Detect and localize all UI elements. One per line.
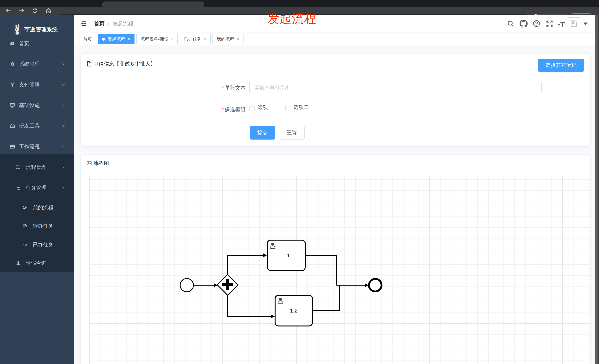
bpmn-diagram: 1.1 1.2 [89, 176, 590, 364]
edge-gateway-task2 [228, 295, 272, 316]
edge-task1-junction [305, 255, 336, 285]
search-icon[interactable] [507, 20, 515, 28]
checkbox-label-2[interactable]: 选项二 [293, 104, 309, 111]
help-icon[interactable] [532, 20, 541, 28]
picture-icon [86, 160, 92, 166]
screen: 不安全 | dashboard.yudao.iocoder.cn/bpm/pro… [0, 0, 599, 364]
github-icon[interactable] [520, 20, 528, 28]
sidebar-item-label: 首页 [19, 40, 29, 47]
page-content: 申请信息【测试多审批人】 选择其它流程 *单行文本 *多选框组 选项一 选项二 … [74, 45, 595, 364]
field-label-single-line: *单行文本 [80, 84, 246, 91]
sidebar-item-leave-query[interactable]: 请假查询 [0, 256, 74, 271]
gear-icon [10, 61, 15, 67]
process-diagram-card: 流程图 [80, 155, 590, 364]
sidebar-item-system[interactable]: 系统管理 [0, 57, 74, 71]
chevron-up-icon [61, 186, 66, 190]
bpmn-user-task-1-2[interactable]: 1.2 [275, 295, 312, 326]
edge-gateway-task1 [228, 255, 264, 275]
browser-tabstrip [0, 0, 599, 7]
sidebar-item-label: 已办任务 [33, 241, 53, 248]
close-icon[interactable]: × [237, 37, 239, 42]
checkbox-option-1[interactable] [249, 106, 255, 111]
back-icon[interactable] [5, 8, 11, 14]
sidebar-item-home[interactable]: 首页 [0, 36, 74, 51]
required-asterisk: * [222, 107, 224, 112]
sidebar-item-label: 待办任务 [33, 222, 53, 229]
field-label-checkbox-group: *多选框组 [80, 106, 246, 113]
tags-view-bar: 首页 发起流程 × 流程表单-编辑 × 已办任务 × 我的流程 × [74, 33, 595, 45]
chevron-down-icon [61, 62, 66, 67]
monitor-icon [10, 103, 15, 108]
reload-icon[interactable] [32, 8, 38, 14]
tab-label: 我的流程 [217, 36, 234, 42]
tab-label: 发起流程 [107, 36, 125, 42]
sidebar-item-todo-tasks[interactable]: 待办任务 [0, 219, 74, 233]
forward-icon[interactable] [18, 8, 25, 14]
submit-button[interactable]: 提交 [250, 126, 275, 140]
sidebar-fold-icon[interactable] [80, 20, 87, 27]
breadcrumb-current: 发起流程 [113, 20, 133, 27]
sidebar-item-my-process[interactable]: 我的流程 [0, 200, 74, 215]
arrowhead [271, 314, 275, 318]
tab-my-process[interactable]: 我的流程 × [212, 34, 244, 44]
eye-open-icon [22, 223, 28, 229]
avatar-caret-icon[interactable] [583, 23, 588, 27]
app-title: 芋道管理系统 [24, 26, 58, 34]
sidebar-item-label: 任务管理 [26, 184, 47, 191]
tab-label: 已办任务 [184, 36, 201, 42]
checkbox-option-2[interactable] [285, 106, 291, 111]
tab-create-process[interactable]: 发起流程 × [98, 34, 134, 44]
chevron-up-icon [61, 144, 66, 149]
flow-icon [16, 185, 21, 191]
card-header: 流程图 [80, 155, 590, 171]
bpmn-user-task-1-1[interactable]: 1.1 [267, 240, 305, 271]
bpmn-start-event[interactable] [180, 279, 194, 292]
broken-image-icon [570, 20, 578, 27]
sidebar-item-label: 工作流程 [19, 143, 40, 150]
close-icon[interactable]: × [204, 37, 207, 42]
checkbox-label-1[interactable]: 选项一 [257, 104, 273, 111]
chevron-down-icon [61, 165, 66, 170]
bpmn-end-event[interactable] [369, 279, 381, 291]
document-icon [86, 61, 92, 67]
avatar[interactable] [568, 17, 580, 30]
eye-closed-icon [22, 242, 28, 247]
toolbox-icon [10, 123, 15, 129]
required-asterisk: * [222, 85, 224, 91]
sidebar-item-infra[interactable]: 基础设施 [0, 98, 74, 113]
tab-done-tasks[interactable]: 已办任务 × [180, 34, 211, 44]
edge-task2-junction [312, 286, 340, 311]
tab-home[interactable]: 首页 [79, 34, 96, 44]
font-size-icon[interactable]: TT [558, 21, 566, 29]
sidebar-item-label: 系统管理 [19, 60, 40, 68]
sidebar-item-devtools[interactable]: 研发工具 [0, 119, 74, 133]
sidebar-item-label: 流程管理 [26, 164, 47, 171]
annotation-title: 发起流程 [268, 11, 316, 27]
breadcrumb-home[interactable]: 首页 [94, 20, 105, 27]
sidebar-item-process-mgmt[interactable]: 流程管理 [0, 160, 74, 175]
arrowhead [263, 254, 267, 257]
choose-other-process-button[interactable]: 选择其它流程 [538, 59, 584, 72]
briefcase-icon [10, 144, 15, 149]
close-icon[interactable]: × [128, 37, 131, 42]
tab-form-edit[interactable]: 流程表单-编辑 × [136, 34, 178, 44]
chevron-down-icon [61, 82, 66, 87]
sidebar-item-payment[interactable]: 支付管理 [0, 77, 74, 92]
sidebar: 芋道管理系统 首页 系统管理 支付管理 基础设施 研发工具 [0, 15, 74, 364]
fullscreen-icon[interactable] [546, 20, 554, 28]
reset-button[interactable]: 重置 [279, 126, 305, 140]
browser-tab[interactable] [102, 1, 204, 7]
sidebar-item-label: 研发工具 [19, 122, 40, 129]
single-line-text-input[interactable] [249, 82, 542, 93]
sidebar-item-done-tasks[interactable]: 已办任务 [0, 237, 74, 252]
task-label: 1.2 [290, 307, 298, 313]
sidebar-item-task-mgmt[interactable]: 任务管理 [0, 180, 74, 195]
home-icon[interactable] [45, 8, 52, 14]
sidebar-item-workflow[interactable]: 工作流程 [0, 139, 74, 154]
apply-info-card: 申请信息【测试多审批人】 选择其它流程 *单行文本 *多选框组 选项一 选项二 … [80, 53, 590, 147]
bpmn-parallel-gateway[interactable] [217, 274, 238, 295]
close-icon[interactable]: × [171, 37, 174, 42]
bpmn-canvas[interactable]: 1.1 1.2 [89, 176, 590, 364]
sidebar-item-label: 支付管理 [19, 81, 40, 88]
page-scrollbar[interactable] [595, 15, 599, 364]
